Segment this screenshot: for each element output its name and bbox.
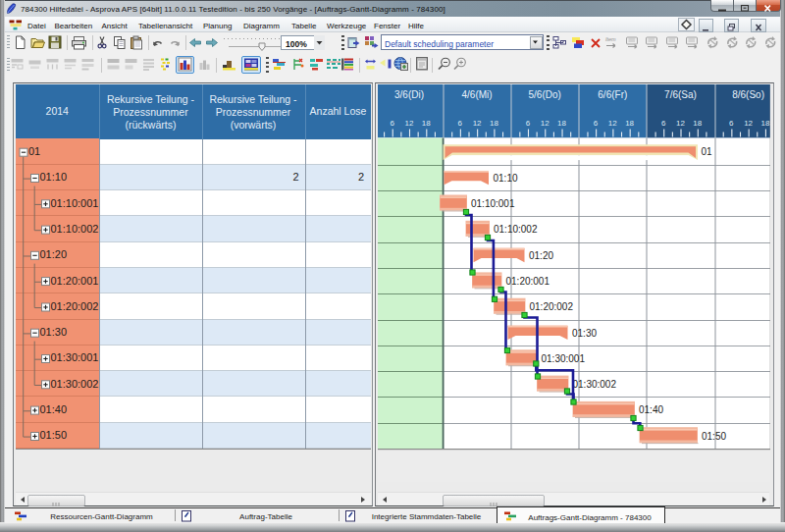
svg-text:01:20:001: 01:20:001 <box>505 276 550 287</box>
svg-text:01:20: 01:20 <box>529 250 553 261</box>
svg-text:01:20:002: 01:20:002 <box>529 301 573 312</box>
svg-text:01: 01 <box>701 146 712 157</box>
svg-text:01:40: 01:40 <box>639 404 663 415</box>
svg-text:01:30: 01:30 <box>572 328 597 339</box>
svg-text:01:10: 01:10 <box>493 173 517 184</box>
svg-text:01:10:001: 01:10:001 <box>471 198 515 209</box>
svg-text:3/6(Di): 3/6(Di) <box>393 89 423 100</box>
svg-text:Item: Item <box>605 36 616 42</box>
svg-text:6: 6 <box>660 119 665 128</box>
svg-text:6: 6 <box>457 119 462 128</box>
svg-text:18: 18 <box>489 119 497 128</box>
svg-text:6: 6 <box>593 119 598 128</box>
svg-text:8/6(So): 8/6(So) <box>732 89 764 100</box>
svg-text:18: 18 <box>557 119 566 128</box>
svg-text:12: 12 <box>404 119 413 128</box>
svg-text:01:30:001: 01:30:001 <box>541 353 585 364</box>
svg-text:18: 18 <box>760 119 769 128</box>
svg-text:12: 12 <box>744 119 753 128</box>
svg-text:12: 12 <box>607 119 616 128</box>
svg-text:01:30:002: 01:30:002 <box>572 379 616 390</box>
svg-text:18: 18 <box>625 119 634 128</box>
svg-text:7/6(Sa): 7/6(Sa) <box>664 89 697 100</box>
svg-text:5/6(Do): 5/6(Do) <box>528 89 560 100</box>
svg-text:01:50: 01:50 <box>702 431 726 442</box>
svg-text:12: 12 <box>540 119 549 128</box>
svg-text:18: 18 <box>421 119 430 128</box>
svg-text:4/6(Mi): 4/6(Mi) <box>461 89 492 100</box>
svg-text:18: 18 <box>693 119 702 128</box>
svg-text:12: 12 <box>676 119 685 128</box>
svg-text:6: 6 <box>390 119 394 128</box>
svg-text:6: 6 <box>729 119 734 128</box>
svg-text:6/6(Fr): 6/6(Fr) <box>598 89 627 100</box>
svg-text:12: 12 <box>472 119 481 128</box>
svg-text:01:10:002: 01:10:002 <box>494 224 538 235</box>
svg-text:6: 6 <box>525 119 530 128</box>
